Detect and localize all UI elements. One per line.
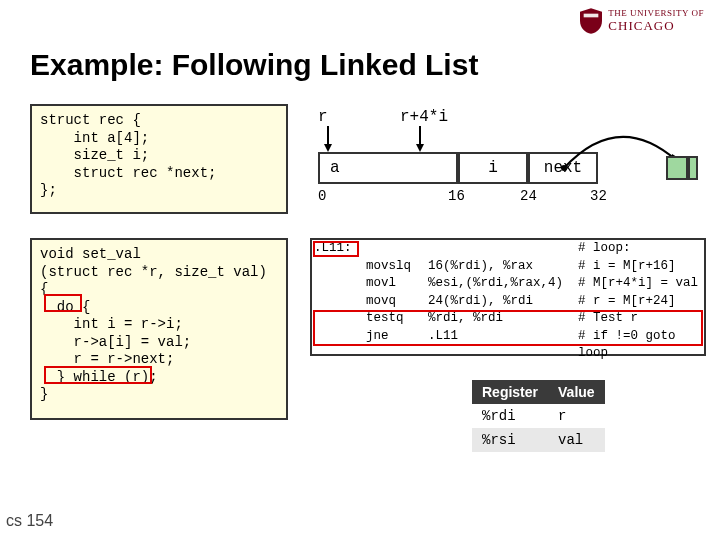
slide-title: Example: Following Linked List xyxy=(30,48,478,82)
highlight-asm-last2 xyxy=(313,310,703,346)
offset-0: 0 xyxy=(318,188,326,204)
asm-row: movslq16(%rdi), %rax# i = M[r+16] xyxy=(312,258,704,276)
table-row: %rdir xyxy=(472,404,605,428)
svg-marker-3 xyxy=(416,144,424,152)
arrow-down-icon xyxy=(322,126,334,152)
offset-16: 16 xyxy=(448,188,465,204)
next-node-rest xyxy=(688,156,698,180)
arrow-down-icon xyxy=(414,126,426,152)
asm-row: .L11:# loop: xyxy=(312,240,704,258)
field-a: a xyxy=(318,152,458,184)
logo-line2: CHICAGO xyxy=(608,19,704,33)
pointer-r4i: r+4*i xyxy=(400,108,448,126)
offset-32: 32 xyxy=(590,188,607,204)
register-table: Register Value %rdir%rsival xyxy=(472,380,605,452)
val-header: Value xyxy=(548,380,605,404)
highlight-while xyxy=(44,366,152,384)
field-i: i xyxy=(458,152,528,184)
next-node-a xyxy=(666,156,688,180)
asm-row: movl%esi,(%rdi,%rax,4)# M[r+4*i] = val xyxy=(312,275,704,293)
table-row: %rsival xyxy=(472,428,605,452)
highlight-do xyxy=(44,294,82,312)
svg-marker-1 xyxy=(324,144,332,152)
asm-row: movq24(%rdi), %rdi# r = M[r+24] xyxy=(312,293,704,311)
highlight-asm-label xyxy=(313,241,359,257)
offset-24: 24 xyxy=(520,188,537,204)
course-footer: cs 154 xyxy=(6,512,53,530)
struct-diagram: r r+4*i a i next 0 16 24 32 xyxy=(318,104,698,214)
pointer-r: r xyxy=(318,108,328,126)
shield-icon xyxy=(580,8,602,34)
reg-header: Register xyxy=(472,380,548,404)
struct-code-box: struct rec { int a[4]; size_t i; struct … xyxy=(30,104,288,214)
university-logo: THE UNIVERSITY OF CHICAGO xyxy=(580,8,704,34)
function-code-box: void set_val (struct rec *r, size_t val)… xyxy=(30,238,288,420)
